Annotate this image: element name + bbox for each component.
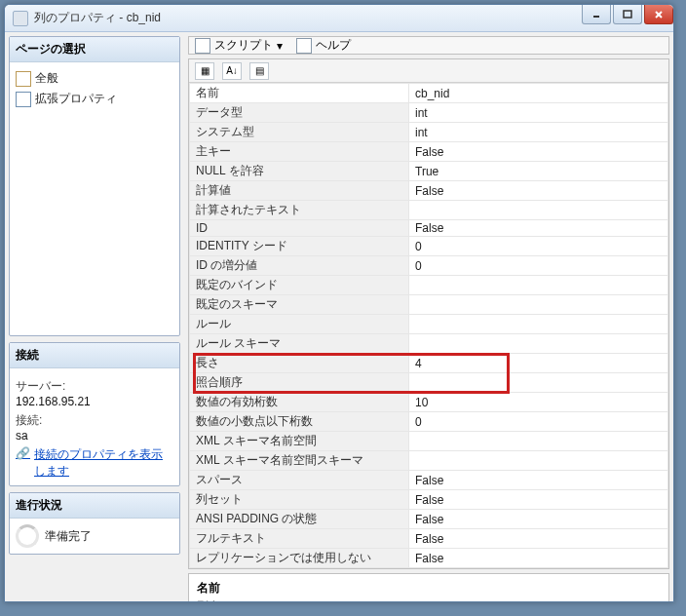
table-row[interactable]: 計算されたテキスト — [190, 201, 668, 220]
alphabetical-button[interactable]: A↓ — [222, 62, 242, 80]
view-connection-props-link[interactable]: 🔗 接続のプロパティを表示します — [16, 446, 173, 480]
table-row[interactable]: 数値の小数点以下桁数0 — [190, 412, 668, 432]
prop-name: 既定のスキーマ — [190, 295, 409, 315]
right-pane: スクリプト ▾ ヘルプ ▦ A↓ ▤ 名前cb_nidデータ型intシステム型i… — [184, 32, 673, 601]
prop-name: ANSI PADDING の状態 — [190, 510, 409, 529]
table-row[interactable]: ID の増分値0 — [190, 256, 668, 276]
table-row[interactable]: フルテキストFalse — [190, 529, 668, 549]
prop-name: ID — [190, 220, 409, 237]
table-row[interactable]: 数値の有効桁数10 — [190, 393, 668, 412]
prop-value[interactable]: 10 — [409, 393, 668, 412]
nav-general[interactable]: 全般 — [16, 68, 173, 89]
titlebar[interactable]: 列のプロパティ - cb_nid — [5, 5, 673, 32]
prop-value[interactable]: int — [409, 103, 668, 123]
prop-value[interactable] — [409, 432, 668, 451]
table-row[interactable]: 列セットFalse — [190, 490, 668, 510]
table-row[interactable]: 名前cb_nid — [190, 84, 668, 103]
help-button[interactable]: ヘルプ — [296, 37, 351, 54]
prop-name: NULL を許容 — [190, 162, 409, 181]
nav-general-label: 全般 — [35, 70, 58, 87]
prop-value[interactable]: False — [409, 471, 668, 490]
prop-value[interactable] — [409, 373, 668, 393]
prop-name: XML スキーマ名前空間 — [190, 432, 409, 451]
app-icon — [13, 11, 28, 26]
table-row[interactable]: XML スキーマ名前空間 — [190, 432, 668, 451]
table-row[interactable]: 既定のバインド — [190, 276, 668, 295]
table-row[interactable]: ルール — [190, 315, 668, 334]
prop-value[interactable]: False — [409, 510, 668, 529]
desc-title: 名前 — [197, 580, 661, 597]
progress-icon — [16, 524, 39, 548]
table-row[interactable]: スパースFalse — [190, 471, 668, 490]
prop-value[interactable] — [409, 334, 668, 354]
table-row[interactable]: 主キーFalse — [190, 142, 668, 162]
prop-value[interactable] — [409, 295, 668, 315]
prop-name: 計算値 — [190, 181, 409, 201]
svg-rect-1 — [624, 11, 631, 18]
prop-value[interactable]: False — [409, 529, 668, 549]
script-label: スクリプト — [214, 37, 273, 54]
chevron-down-icon: ▾ — [277, 39, 283, 53]
connection-panel: 接続 サーバー: 192.168.95.21 接続: sa 🔗 接続のプロパティ… — [9, 342, 180, 486]
progress-panel: 進行状況 準備完了 — [9, 492, 180, 555]
prop-value[interactable]: False — [409, 490, 668, 510]
grid-area[interactable]: 名前cb_nidデータ型intシステム型int主キーFalseNULL を許容T… — [189, 83, 668, 568]
table-row[interactable]: 計算値False — [190, 181, 668, 201]
table-row[interactable]: ルール スキーマ — [190, 334, 668, 354]
table-row[interactable]: システム型int — [190, 123, 668, 142]
close-button[interactable] — [644, 5, 673, 24]
prop-name: 名前 — [190, 84, 409, 103]
maximize-button[interactable] — [613, 5, 642, 24]
prop-name: 計算されたテキスト — [190, 201, 409, 220]
table-row[interactable]: 長さ4 — [190, 354, 668, 373]
table-row[interactable]: 既定のスキーマ — [190, 295, 668, 315]
table-row[interactable]: レプリケーションでは使用しないFalse — [190, 549, 668, 568]
table-row[interactable]: IDFalse — [190, 220, 668, 237]
prop-name: 既定のバインド — [190, 276, 409, 295]
prop-value[interactable] — [409, 201, 668, 220]
property-pages-button[interactable]: ▤ — [249, 62, 269, 80]
extended-props-icon — [16, 92, 31, 107]
prop-value[interactable] — [409, 276, 668, 295]
prop-value[interactable]: 0 — [409, 256, 668, 276]
prop-value[interactable]: int — [409, 123, 668, 142]
prop-name: 数値の小数点以下桁数 — [190, 412, 409, 432]
nav-extended-properties[interactable]: 拡張プロパティ — [16, 89, 173, 109]
table-row[interactable]: ANSI PADDING の状態False — [190, 510, 668, 529]
window-title: 列のプロパティ - cb_nid — [34, 10, 161, 26]
help-label: ヘルプ — [316, 37, 351, 54]
general-icon — [16, 71, 31, 87]
minimize-button[interactable] — [582, 5, 611, 24]
prop-value[interactable]: True — [409, 162, 668, 181]
server-label: サーバー: — [16, 378, 173, 395]
progress-header: 進行状況 — [10, 493, 179, 519]
table-row[interactable]: NULL を許容True — [190, 162, 668, 181]
toolbar: スクリプト ▾ ヘルプ — [188, 36, 669, 55]
table-row[interactable]: IDENTITY シード0 — [190, 237, 668, 256]
client-area: ページの選択 全般 拡張プロパティ 接続 サーバー: 192.168.9 — [5, 32, 673, 601]
view-conn-props-label: 接続のプロパティを表示します — [34, 446, 173, 480]
prop-name: IDENTITY シード — [190, 237, 409, 256]
prop-value[interactable]: 4 — [409, 354, 668, 373]
prop-value[interactable]: False — [409, 220, 668, 237]
categorized-button[interactable]: ▦ — [195, 62, 214, 80]
prop-value[interactable]: False — [409, 142, 668, 162]
prop-value[interactable]: cb_nid — [409, 84, 668, 103]
prop-value[interactable]: False — [409, 549, 668, 568]
prop-value[interactable] — [409, 315, 668, 334]
left-pane: ページの選択 全般 拡張プロパティ 接続 サーバー: 192.168.9 — [5, 32, 184, 601]
help-icon — [296, 38, 312, 54]
prop-value[interactable]: 0 — [409, 412, 668, 432]
prop-value[interactable] — [409, 451, 668, 471]
prop-value[interactable]: 0 — [409, 237, 668, 256]
table-row[interactable]: データ型int — [190, 103, 668, 123]
table-row[interactable]: 照合順序 — [190, 373, 668, 393]
prop-value[interactable]: False — [409, 181, 668, 201]
script-icon — [195, 38, 210, 54]
prop-name: フルテキスト — [190, 529, 409, 549]
description-panel: 名前 列名。 — [188, 573, 669, 602]
table-row[interactable]: XML スキーマ名前空間スキーマ — [190, 451, 668, 471]
script-button[interactable]: スクリプト ▾ — [195, 37, 283, 54]
prop-name: 長さ — [190, 354, 409, 373]
propgrid-toolbar: ▦ A↓ ▤ — [189, 59, 668, 83]
